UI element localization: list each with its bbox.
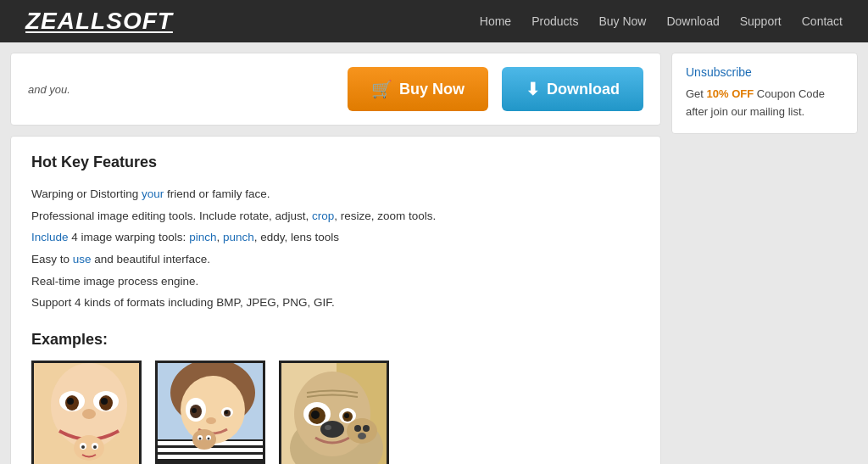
nav-support[interactable]: Support: [740, 14, 782, 28]
your-link[interactable]: your: [142, 187, 164, 200]
svg-point-31: [199, 437, 202, 439]
cart-icon: 🛒: [371, 79, 392, 99]
feature-item-5: Real-time image process engine.: [31, 271, 640, 293]
features-list: Warping or Distorting your friend or fam…: [31, 183, 640, 314]
pinch-link[interactable]: pinch: [189, 231, 216, 243]
main-content: and you. 🛒 Buy Now ⬇ Download Hot Key Fe…: [10, 53, 661, 464]
svg-point-27: [206, 417, 216, 424]
nav-download[interactable]: Download: [666, 14, 719, 28]
sidebar-promo-text: Get 10% OFF Coupon Code after join our m…: [686, 86, 843, 121]
svg-point-45: [347, 418, 377, 444]
examples-title: Examples:: [31, 331, 640, 349]
features-title: Hot Key Features: [31, 154, 640, 171]
punch-link[interactable]: punch: [223, 231, 254, 243]
svg-point-46: [354, 425, 361, 432]
logo: ZEALLSOFT: [25, 8, 173, 35]
sidebar-card: Unsubscribe Get 10% OFF Coupon Code afte…: [671, 53, 858, 134]
download-icon: ⬇: [526, 79, 540, 99]
svg-point-41: [311, 411, 320, 419]
crop-link[interactable]: crop: [312, 210, 334, 222]
nav-home[interactable]: Home: [480, 14, 511, 28]
download-label: Download: [547, 81, 620, 98]
navbar: ZEALLSOFT Home Products Buy Now Download…: [0, 0, 868, 42]
feature-item-2: Professional image editing tools. Includ…: [31, 205, 640, 227]
page-wrapper: and you. 🛒 Buy Now ⬇ Download Hot Key Fe…: [0, 42, 868, 464]
svg-point-7: [101, 398, 108, 405]
svg-point-6: [67, 398, 74, 405]
svg-point-25: [192, 408, 197, 413]
svg-point-44: [325, 425, 331, 430]
top-card: and you. 🛒 Buy Now ⬇ Download: [10, 53, 661, 126]
svg-point-8: [82, 409, 96, 419]
buy-now-button[interactable]: 🛒 Buy Now: [348, 67, 488, 111]
nav-contact[interactable]: Contact: [802, 14, 843, 28]
include-link[interactable]: Include: [31, 231, 69, 243]
promo-discount: 10% OFF: [707, 87, 754, 100]
sidebar: Unsubscribe Get 10% OFF Coupon Code afte…: [671, 53, 858, 464]
nav-links: Home Products Buy Now Download Support C…: [480, 14, 843, 28]
top-card-text: and you.: [28, 83, 70, 96]
feature-item-3: Include 4 image warping tools: pinch, pu…: [31, 226, 640, 249]
svg-point-13: [93, 445, 97, 449]
svg-point-32: [208, 437, 210, 439]
feature-item-1: Warping or Distorting your friend or fam…: [31, 183, 640, 205]
features-card: Hot Key Features Warping or Distorting y…: [10, 136, 661, 464]
buy-now-label: Buy Now: [399, 81, 465, 98]
unsubscribe-link[interactable]: Unsubscribe: [686, 65, 843, 79]
nav-buynow[interactable]: Buy Now: [598, 14, 646, 28]
use-link[interactable]: use: [73, 253, 92, 266]
svg-point-28: [192, 429, 216, 450]
nav-products[interactable]: Products: [531, 14, 578, 28]
svg-point-47: [363, 425, 370, 432]
examples-grid: [31, 361, 640, 464]
download-button[interactable]: ⬇ Download: [502, 67, 643, 111]
svg-point-43: [320, 421, 344, 438]
feature-item-6: Support 4 kinds of formats including BMP…: [31, 292, 640, 314]
feature-item-4: Easy to use and beautiful interface.: [31, 249, 640, 271]
svg-point-48: [358, 433, 366, 439]
svg-rect-17: [158, 448, 265, 452]
example-image-1: [31, 361, 142, 464]
svg-rect-18: [158, 455, 265, 459]
example-image-2: [155, 361, 265, 464]
svg-point-42: [344, 413, 349, 418]
svg-point-12: [81, 445, 85, 449]
promo-prefix: Get: [686, 87, 707, 100]
svg-point-26: [225, 411, 228, 414]
example-image-3: [279, 361, 389, 464]
